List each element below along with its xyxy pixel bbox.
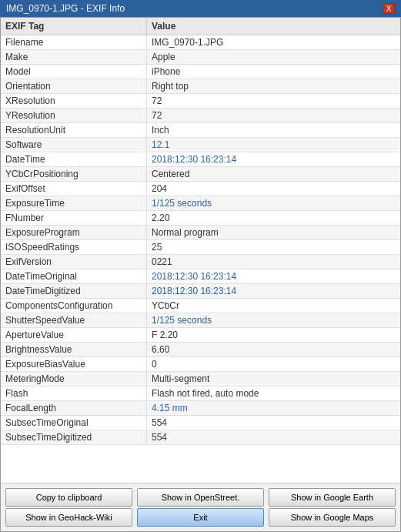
tag-cell: Software	[1, 138, 147, 152]
tag-cell: ExposureTime	[1, 196, 147, 210]
tag-cell: DateTimeDigitized	[1, 284, 147, 298]
table-row: DateTime2018:12:30 16:23:14	[1, 152, 400, 167]
value-cell: IMG_0970-1.JPG	[147, 35, 400, 49]
tag-cell: Make	[1, 50, 147, 64]
value-cell: 204	[147, 182, 400, 196]
value-cell: 72	[147, 109, 400, 122]
tag-cell: XResolution	[1, 94, 147, 108]
table-row: ExposureProgramNormal program	[1, 226, 400, 240]
table-row: Software12.1	[1, 138, 400, 152]
value-cell: 2.20	[147, 211, 400, 225]
show-in-google-maps-button[interactable]: Show in Google Maps	[269, 508, 396, 527]
tag-cell: ExposureProgram	[1, 226, 147, 239]
table-row: DateTimeOriginal2018:12:30 16:23:14	[1, 269, 400, 284]
table-row: YResolution72	[1, 109, 400, 123]
value-cell: Inch	[147, 123, 400, 137]
tag-cell: Filename	[1, 35, 147, 49]
tag-cell: ShutterSpeedValue	[1, 313, 147, 327]
table-row: ExifOffset204	[1, 182, 400, 196]
table-container: EXIF Tag Value FilenameIMG_0970-1.JPGMak…	[1, 18, 400, 483]
value-cell: 1/125 seconds	[147, 196, 400, 210]
value-cell: F 2.20	[147, 328, 400, 342]
table-row: ExifVersion0221	[1, 255, 400, 269]
tag-cell: DateTimeOriginal	[1, 269, 147, 283]
tag-cell: ExifVersion	[1, 255, 147, 269]
tag-cell: FNumber	[1, 211, 147, 225]
value-cell: 2018:12:30 16:23:14	[147, 152, 400, 166]
table-row: SubsecTimeOriginal554	[1, 416, 400, 430]
value-cell: 12.1	[147, 138, 400, 152]
table-row: ComponentsConfigurationYCbCr	[1, 299, 400, 313]
tag-cell: ExifOffset	[1, 182, 147, 196]
value-cell: 72	[147, 94, 400, 108]
value-cell: iPhone	[147, 65, 400, 79]
value-cell: Apple	[147, 50, 400, 64]
table-body[interactable]: FilenameIMG_0970-1.JPGMakeAppleModeliPho…	[1, 35, 400, 483]
tag-cell: Orientation	[1, 79, 147, 93]
show-in-geohack-wiki-button[interactable]: Show in GeoHack-Wiki	[5, 508, 132, 527]
tag-cell: YCbCrPositioning	[1, 167, 147, 181]
show-in-openstreet-button[interactable]: Show in OpenStreet.	[137, 488, 264, 507]
table-row: ModeliPhone	[1, 65, 400, 79]
value-cell: Flash not fired, auto mode	[147, 386, 400, 400]
tag-cell: ResolutionUnit	[1, 123, 147, 137]
table-row: ShutterSpeedValue1/125 seconds	[1, 313, 400, 328]
table-row: FocalLength4.15 mm	[1, 401, 400, 416]
tag-cell: DateTime	[1, 152, 147, 166]
value-cell: 0221	[147, 255, 400, 269]
table-row: YCbCrPositioningCentered	[1, 167, 400, 182]
value-cell: 554	[147, 430, 400, 444]
button-row-1: Copy to clipboard Show in OpenStreet. Sh…	[5, 488, 396, 507]
header-tag: EXIF Tag	[1, 18, 147, 35]
table-row: ResolutionUnitInch	[1, 123, 400, 138]
tag-cell: ExposureBiasValue	[1, 357, 147, 371]
table-row: XResolution72	[1, 94, 400, 109]
tag-cell: ApertureValue	[1, 328, 147, 342]
button-area: Copy to clipboard Show in OpenStreet. Sh…	[1, 483, 400, 531]
show-in-google-earth-button[interactable]: Show in Google Earth	[269, 488, 396, 507]
value-cell: 2018:12:30 16:23:14	[147, 284, 400, 298]
tag-cell: FocalLength	[1, 401, 147, 415]
copy-to-clipboard-button[interactable]: Copy to clipboard	[5, 488, 132, 507]
value-cell: Normal program	[147, 226, 400, 239]
button-row-2: Show in GeoHack-Wiki Exit Show in Google…	[5, 508, 396, 527]
table-row: ExposureBiasValue0	[1, 357, 400, 372]
value-cell: YCbCr	[147, 299, 400, 313]
main-container: EXIF Tag Value FilenameIMG_0970-1.JPGMak…	[0, 17, 401, 532]
value-cell: 1/125 seconds	[147, 313, 400, 327]
value-cell: 6.60	[147, 343, 400, 356]
table-row: MakeApple	[1, 50, 400, 65]
tag-cell: BrightnessValue	[1, 343, 147, 356]
value-cell: 25	[147, 240, 400, 254]
close-button[interactable]: X	[383, 3, 395, 14]
header-value: Value	[147, 18, 400, 35]
tag-cell: ComponentsConfiguration	[1, 299, 147, 313]
table-header: EXIF Tag Value	[1, 18, 400, 35]
tag-cell: SubsecTimeOriginal	[1, 416, 147, 430]
table-row: ISOSpeedRatings25	[1, 240, 400, 255]
tag-cell: YResolution	[1, 109, 147, 122]
table-row: MeteringModeMulti-segment	[1, 372, 400, 386]
tag-cell: ISOSpeedRatings	[1, 240, 147, 254]
value-cell: Right top	[147, 79, 400, 93]
value-cell: Centered	[147, 167, 400, 181]
tag-cell: SubsecTimeDigitized	[1, 430, 147, 444]
table-row: FlashFlash not fired, auto mode	[1, 386, 400, 401]
window-title: IMG_0970-1.JPG - EXIF Info	[6, 3, 125, 14]
tag-cell: MeteringMode	[1, 372, 147, 386]
exit-button[interactable]: Exit	[137, 508, 264, 527]
table-row: ExposureTime1/125 seconds	[1, 196, 400, 211]
table-row: OrientationRight top	[1, 79, 400, 94]
table-row: BrightnessValue6.60	[1, 343, 400, 357]
table-row: FilenameIMG_0970-1.JPG	[1, 35, 400, 50]
table-row: FNumber2.20	[1, 211, 400, 226]
value-cell: 554	[147, 416, 400, 430]
tag-cell: Flash	[1, 386, 147, 400]
title-bar: IMG_0970-1.JPG - EXIF Info X	[0, 0, 401, 17]
value-cell: 0	[147, 357, 400, 371]
value-cell: Multi-segment	[147, 372, 400, 386]
tag-cell: Model	[1, 65, 147, 79]
value-cell: 2018:12:30 16:23:14	[147, 269, 400, 283]
value-cell: 4.15 mm	[147, 401, 400, 415]
table-row: DateTimeDigitized2018:12:30 16:23:14	[1, 284, 400, 299]
